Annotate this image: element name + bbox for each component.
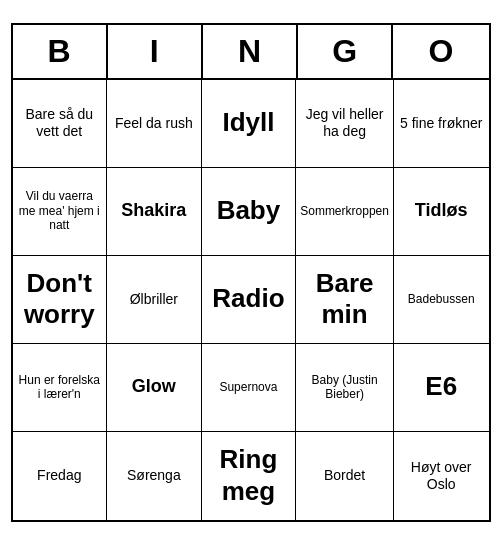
bingo-cell[interactable]: Fredag <box>13 432 108 520</box>
cell-text: Supernova <box>206 380 292 394</box>
bingo-cell[interactable]: Radio <box>202 256 297 344</box>
bingo-cell[interactable]: Tidløs <box>394 168 489 256</box>
bingo-cell[interactable]: Supernova <box>202 344 297 432</box>
cell-text: Tidløs <box>398 200 485 222</box>
bingo-cell[interactable]: Shakira <box>107 168 202 256</box>
cell-text: Ring meg <box>206 444 292 506</box>
bingo-cell[interactable]: Idyll <box>202 80 297 168</box>
cell-text: Sommerkroppen <box>300 204 389 218</box>
bingo-cell[interactable]: Bare så du vett det <box>13 80 108 168</box>
header-letter: G <box>298 25 393 78</box>
bingo-cell[interactable]: Feel da rush <box>107 80 202 168</box>
bingo-header: BINGO <box>13 25 489 80</box>
bingo-cell[interactable]: Sørenga <box>107 432 202 520</box>
bingo-cell[interactable]: Badebussen <box>394 256 489 344</box>
cell-text: Radio <box>206 283 292 314</box>
cell-text: Jeg vil heller ha deg <box>300 106 389 140</box>
bingo-cell[interactable]: Sommerkroppen <box>296 168 394 256</box>
header-letter: O <box>393 25 488 78</box>
cell-text: Baby (Justin Bieber) <box>300 373 389 402</box>
bingo-cell[interactable]: Bare min <box>296 256 394 344</box>
bingo-cell[interactable]: Baby <box>202 168 297 256</box>
header-letter: I <box>108 25 203 78</box>
bingo-cell[interactable]: Baby (Justin Bieber) <box>296 344 394 432</box>
cell-text: Shakira <box>111 200 197 222</box>
bingo-card: BINGO Bare så du vett detFeel da rushIdy… <box>11 23 491 522</box>
bingo-cell[interactable]: Vil du vaerra me mea' hjem i natt <box>13 168 108 256</box>
bingo-cell[interactable]: 5 fine frøkner <box>394 80 489 168</box>
cell-text: Baby <box>206 195 292 226</box>
bingo-cell[interactable]: Don't worry <box>13 256 108 344</box>
bingo-cell[interactable]: Ølbriller <box>107 256 202 344</box>
cell-text: Bare min <box>300 268 389 330</box>
bingo-cell[interactable]: Hun er forelska i lærer'n <box>13 344 108 432</box>
cell-text: Bare så du vett det <box>17 106 103 140</box>
cell-text: Don't worry <box>17 268 103 330</box>
header-letter: B <box>13 25 108 78</box>
cell-text: Idyll <box>206 107 292 138</box>
cell-text: Bordet <box>300 467 389 484</box>
bingo-cell[interactable]: Glow <box>107 344 202 432</box>
cell-text: Badebussen <box>398 292 485 306</box>
bingo-cell[interactable]: Høyt over Oslo <box>394 432 489 520</box>
bingo-cell[interactable]: Bordet <box>296 432 394 520</box>
cell-text: E6 <box>398 371 485 402</box>
cell-text: Feel da rush <box>111 115 197 132</box>
header-letter: N <box>203 25 298 78</box>
cell-text: Ølbriller <box>111 291 197 308</box>
cell-text: Vil du vaerra me mea' hjem i natt <box>17 189 103 232</box>
cell-text: Fredag <box>17 467 103 484</box>
cell-text: Glow <box>111 376 197 398</box>
bingo-cell[interactable]: E6 <box>394 344 489 432</box>
cell-text: Hun er forelska i lærer'n <box>17 373 103 402</box>
bingo-cell[interactable]: Jeg vil heller ha deg <box>296 80 394 168</box>
cell-text: Sørenga <box>111 467 197 484</box>
cell-text: Høyt over Oslo <box>398 459 485 493</box>
cell-text: 5 fine frøkner <box>398 115 485 132</box>
bingo-grid: Bare så du vett detFeel da rushIdyllJeg … <box>13 80 489 520</box>
bingo-cell[interactable]: Ring meg <box>202 432 297 520</box>
